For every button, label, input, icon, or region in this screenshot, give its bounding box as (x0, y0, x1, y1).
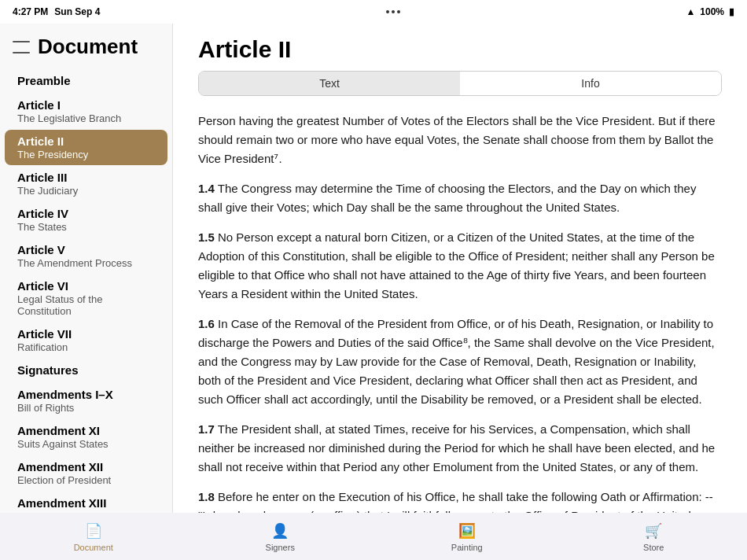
battery-label: 100% (700, 6, 724, 17)
bottom-tab-store[interactable]: 🛒Store (561, 513, 748, 560)
bottom-tab-signers[interactable]: 👤Signers (187, 513, 374, 560)
sidebar-item-amendment-xiii[interactable]: Amendment XIIISlavery and Involuntary Se… (5, 492, 167, 513)
sidebar-item-title: Signatures (17, 363, 79, 377)
store-icon: 🛒 (644, 521, 663, 540)
tab-bar: TextInfo (198, 71, 722, 96)
status-day: Sun Sep 4 (54, 6, 100, 17)
painting-icon: 🖼️ (458, 521, 477, 540)
status-time: 4:27 PM (13, 6, 48, 17)
bottom-tab-document[interactable]: 📄Document (0, 513, 187, 560)
content-body: Person having the greatest Number of Vot… (173, 105, 747, 513)
tab-info[interactable]: Info (460, 72, 721, 95)
sidebar-item-subtitle: Election of President (17, 474, 155, 486)
bottom-tab-painting[interactable]: 🖼️Painting (374, 513, 561, 560)
sidebar-title: Document (38, 35, 138, 59)
signers-icon: 👤 (270, 521, 289, 540)
sidebar-item-signatures[interactable]: Signatures (5, 359, 167, 382)
sidebar-item-subtitle: The Amendment Process (17, 257, 155, 269)
sidebar-item-subtitle: Legal Status of the Constitution (17, 293, 155, 317)
main-container: Document PreambleArticle IThe Legislativ… (0, 24, 747, 513)
paragraph-intro: Person having the greatest Number of Vot… (198, 112, 722, 168)
sidebar-item-subtitle: The States (17, 221, 155, 233)
sidebar-item-title: Amendment XIII (17, 496, 106, 510)
sidebar-item-subtitle: The Presidency (17, 149, 155, 160)
content-area: Article II TextInfo Person having the gr… (173, 24, 747, 513)
bottom-bar-wrapper: 📄Document👤Signers🖼️Painting🛒Store (0, 513, 747, 560)
sidebar-item-article-vii[interactable]: Article VIIRatification (5, 322, 167, 358)
paragraph-p1-4: 1.4 The Congress may determine the Time … (198, 179, 722, 217)
bottom-tab-label-document: Document (74, 543, 113, 552)
window-dots (386, 10, 400, 13)
sidebar: Document PreambleArticle IThe Legislativ… (0, 24, 173, 513)
bottom-tab-label-signers: Signers (266, 543, 295, 552)
status-bar-left: 4:27 PM Sun Sep 4 (13, 6, 100, 17)
paragraph-p1-7: 1.7 The President shall, at stated Times… (198, 420, 722, 477)
paragraph-p1-8: 1.8 Before he enter on the Execution of … (198, 488, 722, 513)
sidebar-item-title: Amendments I–X (17, 388, 113, 401)
sidebar-item-article-iii[interactable]: Article IIIThe Judiciary (5, 166, 167, 201)
paragraph-p1-6: 1.6 In Case of the Removal of the Presid… (198, 315, 722, 409)
sidebar-item-title: Preamble (17, 74, 71, 87)
sidebar-item-title: Article IV (17, 207, 68, 220)
bottom-tab-label-painting: Painting (451, 543, 483, 552)
sidebar-item-title: Amendment XII (17, 460, 103, 473)
document-icon: 📄 (84, 521, 103, 540)
bottom-tab-label-store: Store (643, 543, 664, 552)
sidebar-item-title: Article VII (17, 327, 72, 341)
sidebar-item-article-vi[interactable]: Article VILegal Status of the Constituti… (5, 274, 167, 322)
sidebar-item-subtitle: Suits Against States (17, 438, 155, 450)
sidebar-toggle-icon[interactable] (13, 41, 30, 53)
sidebar-item-subtitle: The Judiciary (17, 185, 155, 197)
sidebar-item-title: Amendment XI (17, 424, 100, 437)
sidebar-item-preamble[interactable]: Preamble (5, 69, 167, 93)
paragraph-p1-5: 1.5 No Person except a natural born Citi… (198, 228, 722, 304)
sidebar-item-title: Article VI (17, 279, 68, 293)
sidebar-item-article-i[interactable]: Article IThe Legislative Branch (5, 94, 167, 129)
sidebar-item-subtitle: Bill of Rights (17, 402, 155, 414)
sidebar-item-amendments-i-x[interactable]: Amendments I–XBill of Rights (5, 383, 167, 418)
sidebar-item-title: Article II (17, 134, 64, 148)
sidebar-list: PreambleArticle IThe Legislative BranchA… (0, 65, 172, 513)
status-bar: 4:27 PM Sun Sep 4 ▲ 100% ▮ (0, 0, 747, 24)
sidebar-item-article-iv[interactable]: Article IVThe States (5, 202, 167, 238)
sidebar-item-title: Article I (17, 98, 61, 112)
sidebar-item-amendment-xii[interactable]: Amendment XIIElection of President (5, 455, 167, 491)
page-title: Article II (198, 36, 722, 63)
sidebar-item-subtitle: Ratification (17, 341, 155, 353)
sidebar-item-article-ii[interactable]: Article IIThe Presidency (5, 130, 167, 165)
wifi-icon: ▲ (686, 6, 695, 17)
bottom-bar: 📄Document👤Signers🖼️Painting🛒Store (0, 513, 747, 560)
sidebar-item-title: Article V (17, 243, 65, 256)
sidebar-header: Document (0, 24, 172, 65)
sidebar-item-subtitle: The Legislative Branch (17, 112, 155, 124)
battery-icon: ▮ (729, 6, 734, 17)
tab-text[interactable]: Text (199, 72, 460, 95)
status-bar-right: ▲ 100% ▮ (686, 6, 734, 17)
content-header: Article II TextInfo (173, 24, 747, 105)
sidebar-item-article-v[interactable]: Article VThe Amendment Process (5, 238, 167, 274)
status-bar-center (386, 10, 400, 13)
sidebar-item-amendment-xi[interactable]: Amendment XISuits Against States (5, 419, 167, 455)
sidebar-item-title: Article III (17, 171, 67, 184)
